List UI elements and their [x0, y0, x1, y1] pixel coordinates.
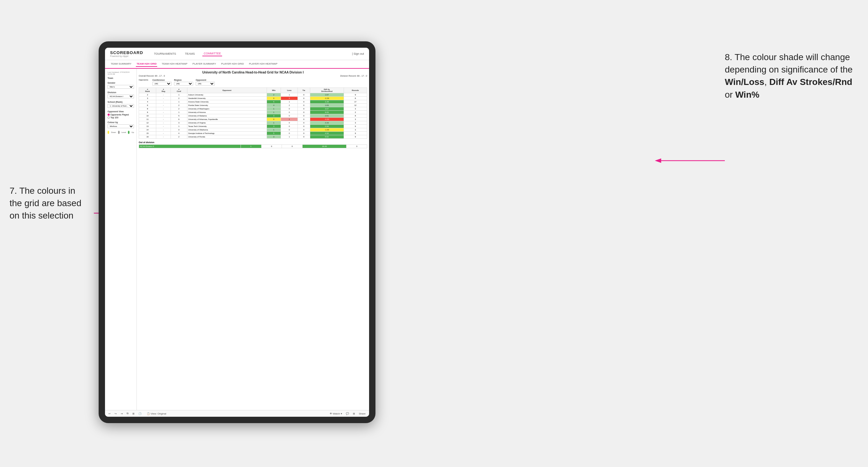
annotation-left-line2: the grid are based: [9, 198, 82, 208]
col-win: Win: [267, 88, 281, 93]
col-opponent: Opponent: [187, 88, 267, 93]
cell-rounds: 3: [344, 121, 367, 125]
cell-div-tie: 0: [282, 145, 303, 148]
col-tie: Tie: [298, 88, 310, 93]
gender-select[interactable]: Men's: [107, 85, 134, 89]
clock-btn[interactable]: 🕐: [137, 412, 143, 415]
colour-legend: Down Level Up: [107, 131, 134, 134]
conference-filter-select[interactable]: (All): [152, 82, 172, 86]
opponent-filter-select[interactable]: (All): [196, 82, 215, 86]
cell-conf: 1: [170, 111, 187, 114]
cell-rank: 9: [139, 111, 156, 114]
sub-nav-player-h2h-heatmap[interactable]: PLAYER H2H HEATMAP: [248, 61, 278, 67]
cell-rank: 6: [139, 104, 156, 107]
legend-label-up: Up: [131, 131, 134, 133]
colour-by-label: Colour by: [107, 121, 134, 123]
cell-diff: 1.67: [310, 93, 344, 97]
cell-tie: 0: [298, 104, 310, 107]
radio-circle-top100: [107, 117, 110, 119]
cell-win: 0: [267, 97, 281, 100]
colour-by-select[interactable]: Win/loss: [107, 124, 134, 128]
school-select[interactable]: 1. University of Nort...: [107, 104, 134, 108]
grid-area: University of North Carolina Head-to-Hea…: [137, 69, 369, 410]
sub-nav-team-summary[interactable]: TEAM SUMMARY: [110, 61, 132, 67]
cell-loss: 4: [281, 97, 298, 100]
radio-opponents-played[interactable]: Opponents Played: [107, 114, 134, 116]
region-filter-select[interactable]: (All): [174, 82, 193, 86]
paste-btn[interactable]: ⊞: [131, 412, 135, 415]
table-header-row: #Rank #Reg #Conf Opponent Win Loss Tie D…: [139, 88, 367, 93]
grid-btn[interactable]: ⊞: [352, 412, 356, 415]
cell-rank: 8: [139, 107, 156, 111]
cell-tie: 0: [298, 93, 310, 97]
sub-nav: TEAM SUMMARY TEAM H2H GRID TEAM H2H HEAT…: [105, 60, 369, 69]
cell-tie: 0: [298, 114, 310, 118]
table-row: 3 - 2 Vanderbilt University 0 4 0 -2.29 …: [139, 97, 367, 100]
sub-nav-player-summary[interactable]: PLAYER SUMMARY: [192, 61, 217, 67]
updated-time: 16:55:38: [107, 73, 134, 75]
cell-reg: -: [156, 111, 171, 114]
sidebar-gender-section: Gender Men's: [107, 82, 134, 89]
sign-out-link[interactable]: | Sign out: [352, 52, 364, 55]
conference-filter: Conference (All): [152, 79, 172, 86]
share-btn[interactable]: Share: [358, 412, 367, 415]
radio-circle-opponents: [107, 114, 110, 116]
cell-loss: 1: [281, 100, 298, 104]
annotation-bold1: Win/Loss: [725, 77, 764, 87]
cell-conf: 1: [170, 100, 187, 104]
cell-reg: -: [156, 132, 171, 135]
table-row: 15 - 4 Georgia Institute of Technology 5…: [139, 132, 367, 135]
grid-title: University of North Carolina Head-to-Hea…: [139, 71, 367, 74]
undo-btn[interactable]: ↩: [107, 412, 112, 415]
division-record: Division Record: 88 - 17 - 0: [340, 75, 367, 77]
copy-btn[interactable]: ⧉: [126, 412, 129, 415]
opponent-filter: Opponent (All): [196, 79, 215, 86]
region-filter: Region (All): [174, 79, 193, 86]
conference-filter-label: Conference: [152, 79, 172, 81]
filter-row: Opponents: Conference (All) Region (All): [139, 79, 367, 86]
watch-btn[interactable]: 👁 Watch ▾: [329, 412, 343, 415]
cell-div-name: NCAA Division II: [139, 145, 241, 148]
cell-win: 3: [267, 114, 281, 118]
cell-win: 1: [267, 111, 281, 114]
sub-nav-team-h2h-heatmap[interactable]: TEAM H2H HEATMAP: [161, 61, 188, 67]
cell-rounds: 9: [344, 135, 367, 139]
logo-text: SCOREBOARD: [110, 50, 143, 55]
table-row: 11 - 6 University of Arkansas, Fayettevi…: [139, 118, 367, 121]
h2h-table: #Rank #Reg #Conf Opponent Win Loss Tie D…: [139, 88, 367, 139]
step-btn[interactable]: ⇥: [120, 412, 124, 415]
cell-diff: -4.33: [310, 118, 344, 121]
cell-opponent: Arizona State University: [187, 100, 267, 104]
cell-opponent: University of Washington: [187, 107, 267, 111]
annotation-left-line3: on this selection: [9, 211, 73, 220]
nav-committee[interactable]: COMMITTEE: [203, 51, 222, 56]
radio-top100[interactable]: Top 100: [107, 117, 134, 119]
cell-conf: 3: [170, 121, 187, 125]
sub-nav-player-h2h-grid[interactable]: PLAYER H2H GRID: [220, 61, 244, 67]
cell-tie: 0: [298, 118, 310, 121]
table-row: 10 - 5 University of Alabama 3 0 0 2.61 …: [139, 114, 367, 118]
division-select[interactable]: NCAA Division I: [107, 94, 134, 98]
col-rounds: Rounds: [344, 88, 367, 93]
cell-div-diff: 26.00: [303, 145, 346, 148]
nav-teams[interactable]: TEAMS: [184, 52, 196, 56]
nav-tournaments[interactable]: TOURNAMENTS: [153, 52, 177, 56]
share-label: Share: [359, 412, 366, 415]
view-original-btn[interactable]: 📋 View: Original: [146, 412, 167, 415]
annotation-right-intro: 8. The colour shade will change dependin…: [725, 52, 853, 74]
legend-dot-up: [128, 131, 129, 134]
cell-rounds: 17: [344, 100, 367, 104]
comment-btn[interactable]: 💬: [345, 412, 350, 415]
table-row: 14 - 0 University of Oklahoma 1 0 0 -1.0…: [139, 128, 367, 132]
cell-loss: 2: [281, 104, 298, 107]
cell-rounds: 8: [344, 97, 367, 100]
cell-opponent: University of Florida: [187, 135, 267, 139]
sub-nav-team-h2h-grid[interactable]: TEAM H2H GRID: [136, 61, 157, 67]
table-row: 12 - 3 University of Virginia 1 0 0 2.33…: [139, 121, 367, 125]
cell-win: 2: [267, 93, 281, 97]
cell-tie: 0: [298, 135, 310, 139]
annotation-sep2: or: [725, 90, 735, 100]
table-row: 9 - 1 University of Arizona 1 0 0 9.00 2: [139, 111, 367, 114]
redo-btn[interactable]: ↪: [114, 412, 118, 415]
overall-record: Overall Record: 89 - 17 - 0: [139, 75, 165, 77]
